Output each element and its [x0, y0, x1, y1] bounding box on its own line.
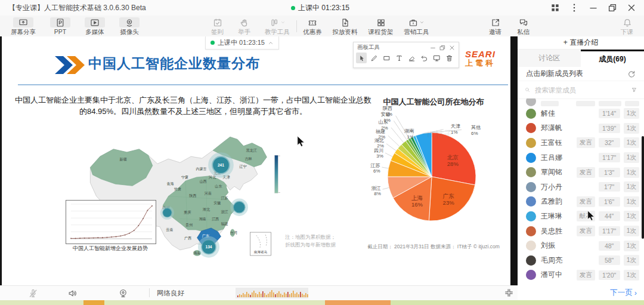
tab-members[interactable]: 成员(69) — [581, 50, 644, 67]
right-sidebar: + 直播介绍 讨论区 成员(69) 点击刷新成员列表 解佳1'14"1次郑潇帆1… — [518, 36, 644, 300]
duration-badge: 1'6" — [599, 197, 620, 207]
board-tool-undo[interactable] — [419, 53, 429, 63]
duration-badge: 1'7" — [599, 182, 620, 192]
toolbar-coupon-button[interactable]: 优惠券 — [302, 17, 323, 37]
member-row-解佳[interactable]: 解佳1'14"1次 — [518, 106, 644, 121]
map-bubble-value: 134 — [205, 245, 212, 249]
media-icon — [90, 18, 100, 27]
board-tool-rectangle[interactable] — [381, 53, 392, 63]
toolbar-media-button[interactable]: 多媒体 — [83, 17, 106, 37]
panel-close-button[interactable] — [448, 44, 456, 51]
board-tool-eraser[interactable] — [406, 53, 417, 63]
map-label-江苏: 江苏 — [221, 196, 228, 201]
member-name: 刘振 — [541, 241, 555, 251]
toolbar-tools-button[interactable]: 教学工具 — [264, 17, 291, 37]
avatar — [526, 123, 536, 133]
class-timer-pill[interactable]: 上课中 01:23:15 — [205, 36, 279, 50]
toolbar-camera-button[interactable]: 摄像头 — [118, 17, 141, 37]
tab-discussion[interactable]: 讨论区 — [518, 50, 581, 67]
refresh-icon[interactable] — [627, 70, 636, 78]
board-tool-text[interactable] — [394, 53, 404, 63]
search-members-input[interactable] — [534, 86, 628, 94]
hand-icon — [240, 18, 249, 27]
board-tool-trash[interactable] — [444, 53, 454, 63]
map-label-湖南: 湖南 — [199, 217, 206, 221]
member-row-万小丹[interactable]: 万小丹1'7"1次 — [518, 180, 644, 195]
map-label-辽宁: 辽宁 — [239, 164, 247, 168]
member-row-郑潇帆[interactable]: 郑潇帆1'39"1次 — [518, 121, 644, 136]
member-name: 孟雅韵 — [541, 196, 562, 207]
microphone-button[interactable] — [28, 288, 38, 298]
map-label-新疆: 新疆 — [119, 157, 127, 161]
toolbar-checkin-button[interactable]: 签到 — [210, 17, 225, 37]
live-intro-header[interactable]: + 直播介绍 — [518, 36, 644, 50]
refresh-member-list[interactable]: 点击刷新成员列表 — [518, 67, 644, 81]
map-label-陕西: 陕西 — [189, 193, 196, 198]
toolbar-invite-button[interactable]: 邀请 — [488, 17, 503, 37]
member-row-王富钰[interactable]: 王富钰发言32"1次 — [518, 135, 644, 150]
layout-grid-button[interactable] — [550, 2, 561, 13]
itjuzi-watermark: IT桔子 — [427, 129, 453, 140]
filter-icon[interactable] — [631, 86, 637, 94]
speech-badge: 发言 — [577, 167, 595, 178]
china-map: 南海诸岛 新疆黑龙江吉林辽宁内蒙古北京天津宁夏山西河北山东青海甘肃陕西河南安徽江… — [55, 127, 311, 280]
pie-label-湖南: 湖南1% — [404, 128, 414, 140]
member-row-毛周亮[interactable]: 毛周亮58"1次 — [518, 253, 644, 268]
duration-badge: 1'17" — [599, 226, 620, 236]
speech-badge: 发言 — [577, 226, 595, 236]
member-row-吴忠胜[interactable]: 吴忠胜发言1'17"1次 — [518, 224, 644, 239]
webcam-button[interactable] — [118, 288, 128, 298]
avatar — [526, 196, 536, 207]
toolbar-message-button[interactable]: 私信 — [516, 17, 531, 37]
end-class-icon — [623, 18, 632, 27]
duration-badge: 1'39" — [599, 124, 620, 133]
member-name: 解佳 — [541, 109, 555, 119]
stage-area: 上课中 01:23:15 画板工具 中国人工智能企业数量分布 SEARI 上電科… — [0, 36, 510, 285]
member-row[interactable] — [518, 98, 644, 106]
member-row-潘可中[interactable]: 潘可中发言1'20"1次 — [518, 268, 644, 283]
member-list-scrollbar[interactable] — [642, 136, 644, 239]
member-row-王琳琳[interactable]: 王琳琳献花44"1次 — [518, 209, 644, 224]
member-name: 王吕娜 — [541, 153, 562, 163]
pie-label-江苏: 江苏6% — [370, 163, 380, 174]
member-row-覃闻铭[interactable]: 覃闻铭发言1'3"1次 — [518, 165, 644, 180]
duration-badge: 1'14" — [599, 109, 620, 118]
map-label-广西: 广西 — [184, 236, 191, 240]
minimize-button[interactable] — [588, 2, 599, 13]
member-row-王吕娜[interactable]: 王吕娜1'17"1次 — [518, 150, 644, 165]
toolbar-marketing-button[interactable]: 营销工具 — [403, 17, 431, 37]
duration-badge: 1'20" — [599, 270, 620, 280]
toolbar-hand-button[interactable]: 举手 — [237, 17, 252, 37]
member-row-孟雅韵[interactable]: 孟雅韵发言1'6"1次 — [518, 195, 644, 210]
rectangle-icon — [383, 54, 391, 62]
avatar — [526, 255, 536, 266]
toolbar-end-class-button[interactable]: 下课 — [620, 17, 634, 37]
chevron-down-icon — [419, 20, 425, 25]
member-name: 王富钰 — [541, 138, 562, 148]
panel-minimize-button[interactable] — [429, 44, 436, 51]
duration-badge: 44" — [599, 211, 620, 221]
toolbar-screen-share-button[interactable]: 屏幕分享 — [10, 17, 37, 37]
next-page-button[interactable]: 下一页› — [610, 288, 637, 298]
member-row-刘振[interactable]: 刘振48"1次 — [518, 238, 644, 253]
toolbar-ppt-button[interactable]: PPT — [49, 17, 72, 36]
chevron-up-icon[interactable] — [268, 40, 274, 46]
board-tool-board[interactable] — [431, 53, 442, 63]
eraser-icon — [408, 54, 416, 62]
screen-left-edge — [0, 36, 2, 300]
collapse-view-button[interactable] — [504, 288, 514, 298]
toolbar-button-label: PPT — [54, 28, 66, 35]
speaker-button[interactable] — [67, 288, 78, 298]
restore-button[interactable] — [607, 2, 618, 13]
member-name: 吴忠胜 — [541, 226, 562, 236]
map-label-台湾: 台湾 — [230, 230, 237, 235]
panel-restore-button[interactable] — [439, 44, 446, 51]
stage-sidebar-divider — [510, 36, 518, 285]
more-menu-button[interactable] — [569, 2, 580, 13]
board-tool-pen[interactable] — [369, 53, 379, 63]
map-label-湖北: 湖北 — [203, 207, 210, 212]
toolbar-shelf-button[interactable]: 课程货架 — [367, 17, 395, 37]
close-button[interactable] — [626, 2, 637, 13]
board-tool-select[interactable] — [356, 53, 367, 63]
toolbar-material-button[interactable]: 投放资料 — [332, 17, 359, 37]
